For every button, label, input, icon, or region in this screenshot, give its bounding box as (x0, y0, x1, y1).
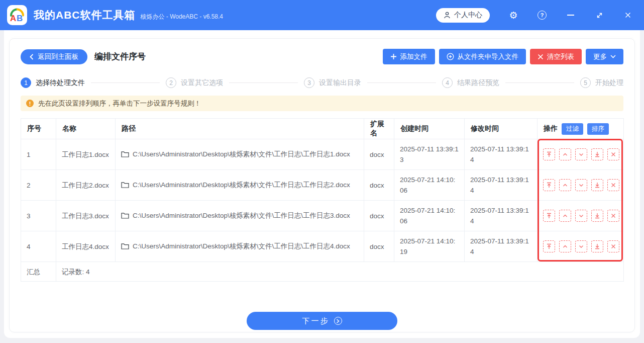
move-up-icon[interactable] (559, 210, 571, 222)
close-icon[interactable] (623, 10, 633, 20)
clear-list-label: 清空列表 (547, 52, 574, 61)
step-connector (367, 82, 436, 83)
cell-created: 2025-07-21 14:10:06 (394, 201, 465, 231)
titlebar: A B 我的ABC软件工具箱 核烁办公 - WodeABC - v6.58.4 … (0, 0, 644, 30)
step-indicator: 1 选择待处理文件 2 设置其它选项 3 设置输出目录 4 结果路径预览 5 开… (21, 77, 623, 88)
user-center-label: 个人中心 (454, 11, 482, 20)
svg-text:B: B (17, 14, 23, 23)
svg-text:A: A (10, 14, 16, 23)
move-bottom-icon[interactable] (591, 210, 603, 222)
move-top-icon[interactable] (543, 210, 555, 222)
sort-button[interactable]: 排序 (587, 123, 609, 135)
cell-name: 工作日志4.docx (56, 231, 116, 262)
step-connector (91, 82, 160, 83)
folder-icon (121, 150, 129, 160)
move-down-icon[interactable] (575, 210, 587, 222)
file-path: C:\Users\Administrator\Desktop\核烁素材\文件\工… (133, 242, 350, 250)
move-bottom-icon[interactable] (591, 179, 603, 191)
cell-actions (538, 139, 624, 170)
cell-ext: docx (364, 139, 394, 170)
step-1-number: 1 (21, 77, 31, 88)
back-to-main-label: 返回到主面板 (38, 52, 78, 61)
file-path: C:\Users\Administrator\Desktop\核烁素材\文件\工… (133, 150, 350, 158)
cell-modified: 2025-07-11 13:39:14 (465, 201, 538, 231)
step-2-label: 设置其它选项 (181, 78, 223, 88)
help-icon[interactable]: ? (537, 10, 547, 20)
cell-index: 4 (21, 231, 56, 262)
file-table-wrap: 序号 名称 路径 扩展名 创建时间 修改时间 操作 过滤 排序 (21, 118, 623, 282)
move-top-icon[interactable] (543, 148, 555, 160)
row-actions (543, 179, 618, 191)
header-index: 序号 (21, 119, 56, 139)
header-actions-label: 操作 (544, 124, 558, 133)
chevron-down-icon (610, 55, 616, 58)
folder-icon (121, 242, 129, 252)
step-5-number: 5 (580, 77, 591, 88)
step-5-label: 开始处理 (595, 78, 623, 88)
move-bottom-icon[interactable] (591, 240, 603, 252)
move-bottom-icon[interactable] (591, 148, 603, 160)
clear-list-button[interactable]: 清空列表 (530, 49, 582, 64)
move-top-icon[interactable] (543, 240, 555, 252)
chevron-left-icon (30, 54, 34, 60)
delete-icon[interactable] (607, 210, 619, 222)
toolbar-actions: 添加文件 从文件夹中导入文件 清空列 (383, 49, 624, 64)
cell-ext: docx (364, 201, 394, 231)
move-up-icon[interactable] (559, 179, 571, 191)
filter-button[interactable]: 过滤 (562, 123, 583, 135)
minimize-icon[interactable] (566, 10, 576, 20)
cell-created: 2025-07-21 14:10:06 (394, 170, 465, 201)
table-row: 3 工作日志3.docx C:\Users\Administrator\Desk… (21, 201, 624, 231)
summary-label: 汇总 (21, 262, 56, 282)
table-row: 4 工作日志4.docx C:\Users\Administrator\Desk… (21, 231, 624, 262)
summary-value: 记录数: 4 (56, 262, 624, 282)
cell-ext: docx (364, 231, 394, 262)
move-top-icon[interactable] (543, 179, 555, 191)
move-down-icon[interactable] (575, 148, 587, 160)
summary-row: 汇总 记录数: 4 (21, 262, 624, 282)
cell-name: 工作日志3.docx (56, 201, 116, 231)
user-center-button[interactable]: 个人中心 (436, 8, 490, 23)
gear-icon[interactable]: ⚙ (508, 10, 518, 20)
delete-icon[interactable] (607, 179, 619, 191)
header-name: 名称 (56, 119, 116, 139)
cell-index: 2 (21, 170, 56, 201)
circle-plus-icon (447, 53, 454, 60)
row-actions (543, 148, 618, 160)
cell-ext: docx (364, 170, 394, 201)
cell-modified: 2025-07-11 13:39:14 (465, 231, 538, 262)
step-2-other-options: 2 设置其它选项 (166, 77, 223, 88)
step-3-output-dir: 3 设置输出目录 (304, 77, 361, 88)
import-from-folder-button[interactable]: 从文件夹中导入文件 (439, 49, 526, 64)
add-file-button[interactable]: 添加文件 (383, 49, 435, 64)
cell-path: C:\Users\Administrator\Desktop\核烁素材\文件\工… (116, 231, 364, 262)
header-modified: 修改时间 (465, 119, 538, 139)
delete-icon[interactable] (607, 148, 619, 160)
maximize-icon[interactable] (594, 10, 604, 20)
table-row: 2 工作日志2.docx C:\Users\Administrator\Desk… (21, 170, 624, 201)
x-icon (538, 54, 544, 60)
header-ext: 扩展名 (364, 119, 394, 139)
content-panel: 返回到主面板 编排文件序号 添加文件 (9, 38, 635, 332)
delete-icon[interactable] (607, 240, 619, 252)
step-4-label: 结果路径预览 (457, 78, 499, 88)
app-logo-icon: A B (7, 5, 27, 25)
step-connector (229, 82, 298, 83)
notice-banner: ! 先在此页设置排列顺序，再单击下一步设置序号规则！ (21, 96, 623, 111)
move-up-icon[interactable] (559, 240, 571, 252)
folder-icon (121, 211, 129, 222)
cell-name: 工作日志2.docx (56, 170, 116, 201)
step-3-label: 设置输出目录 (319, 78, 361, 88)
back-to-main-button[interactable]: 返回到主面板 (21, 49, 87, 64)
move-down-icon[interactable] (575, 240, 587, 252)
cell-path: C:\Users\Administrator\Desktop\核烁素材\文件\工… (116, 139, 364, 170)
cell-path: C:\Users\Administrator\Desktop\核烁素材\文件\工… (116, 201, 364, 231)
header-actions: 操作 过滤 排序 (538, 119, 624, 139)
app-subtitle: 核烁办公 - WodeABC - v6.58.4 (141, 13, 224, 21)
next-step-button[interactable]: 下一步 (247, 312, 397, 330)
move-down-icon[interactable] (575, 179, 587, 191)
more-button[interactable]: 更多 (586, 49, 623, 64)
person-icon (444, 12, 451, 19)
move-up-icon[interactable] (559, 148, 571, 160)
step-4-number: 4 (442, 77, 453, 88)
